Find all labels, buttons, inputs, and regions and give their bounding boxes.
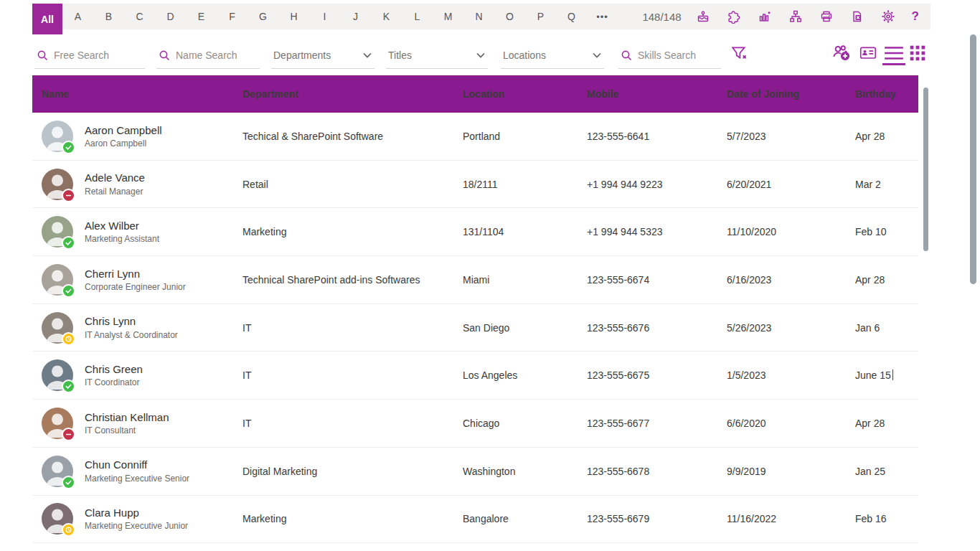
- cell-date-of-joining: 1/5/2023: [727, 369, 855, 381]
- table-row[interactable]: Chris Green IT Coordinator IT Los Angele…: [32, 352, 918, 400]
- cake-icon[interactable]: [696, 9, 710, 24]
- employee-title: Marketing Executive Senior: [85, 473, 189, 484]
- table-row[interactable]: Chun Conniff Marketing Executive Senior …: [32, 448, 918, 496]
- add-people-icon[interactable]: [830, 42, 853, 64]
- analytics-icon[interactable]: [758, 9, 772, 24]
- cell-mobile: 123-555-6677: [587, 418, 727, 429]
- column-header-mobile[interactable]: Mobile: [587, 88, 727, 100]
- cell-name: Chun Conniff Marketing Executive Senior: [32, 456, 242, 487]
- page-scrollbar[interactable]: [970, 34, 976, 284]
- birthday-value: Apr 28: [855, 131, 885, 142]
- cell-birthday: Apr 28: [855, 274, 918, 286]
- alphabet-tab-a[interactable]: A: [62, 11, 93, 22]
- alphabet-tab-n[interactable]: N: [463, 11, 494, 22]
- employee-title: IT Coordinator: [85, 377, 143, 388]
- alphabet-tab-i[interactable]: I: [309, 11, 340, 22]
- alphabet-tab-k[interactable]: K: [371, 11, 402, 22]
- org-chart-icon[interactable]: [788, 9, 803, 24]
- cell-date-of-joining: 11/16/2022: [727, 513, 855, 524]
- printer-icon[interactable]: [819, 9, 834, 24]
- chevron-down-icon: [476, 52, 486, 59]
- employee-identity: Christian Kellman IT Consultant: [85, 410, 169, 436]
- column-header-location[interactable]: Location: [463, 88, 587, 100]
- employee-title: Corporate Engineer Junior: [85, 281, 186, 293]
- departments-dropdown[interactable]: Departments: [271, 42, 374, 69]
- alphabet-tab-f[interactable]: F: [217, 11, 248, 22]
- alphabet-tab-b[interactable]: B: [93, 11, 124, 22]
- cell-mobile: 123-555-6675: [587, 369, 727, 381]
- cell-location: 131/1104: [463, 226, 587, 237]
- employee-name: Christian Kellman: [85, 410, 169, 425]
- birthday-value: Feb 16: [855, 513, 887, 524]
- cell-name: Aaron Campbell Aaron Campbell: [32, 121, 242, 152]
- locations-dropdown[interactable]: Locations: [501, 42, 604, 69]
- table-row[interactable]: Alex Wilber Marketing Assistant Marketin…: [32, 208, 918, 256]
- alphabet-tab-p[interactable]: P: [525, 11, 556, 22]
- titles-dropdown[interactable]: Titles: [386, 42, 488, 69]
- column-header-date-of-joining[interactable]: Date of Joining: [727, 88, 855, 100]
- employee-title: Retail Manager: [85, 186, 145, 197]
- skills-search-field[interactable]: [618, 42, 721, 69]
- employee-identity: Chun Conniff Marketing Executive Senior: [85, 458, 189, 484]
- cell-name: Clara Hupp Marketing Executive Junior: [32, 503, 242, 534]
- text-caret: [892, 369, 893, 380]
- tabs-overflow[interactable]: •••: [587, 11, 618, 22]
- grid-view-icon[interactable]: [908, 44, 927, 62]
- avatar: [42, 216, 73, 248]
- table-row[interactable]: Christian Kellman IT Consultant IT Chica…: [32, 400, 918, 448]
- alphabet-tab-d[interactable]: D: [155, 11, 186, 22]
- birthday-value: Mar 2: [855, 179, 881, 190]
- alphabet-tab-o[interactable]: O: [494, 11, 525, 22]
- name-search-input[interactable]: [176, 50, 258, 61]
- status-away-icon: [62, 523, 75, 537]
- search-icon: [621, 50, 632, 61]
- alphabet-tab-q[interactable]: Q: [556, 11, 587, 22]
- column-header-name[interactable]: Name: [32, 88, 242, 100]
- filter-clear-icon[interactable]: [729, 43, 749, 63]
- cell-birthday: Feb 16: [855, 513, 918, 524]
- alphabet-tab-h[interactable]: H: [278, 11, 309, 22]
- column-header-department[interactable]: Department: [242, 88, 463, 100]
- filter-row: Departments Titles Locations: [0, 34, 980, 70]
- cell-name: Christian Kellman IT Consultant: [32, 408, 242, 439]
- alphabet-tab-e[interactable]: E: [186, 11, 217, 22]
- column-header-birthday[interactable]: Birthday: [855, 88, 918, 100]
- table-row[interactable]: Chris Lynn IT Analyst & Coordinator IT S…: [32, 304, 918, 352]
- excel-export-icon[interactable]: [850, 9, 864, 24]
- avatar: [42, 264, 73, 296]
- table-row[interactable]: Cherri Lynn Corporate Engineer Junior Te…: [32, 256, 918, 304]
- status-available-icon: [62, 284, 75, 298]
- help-icon[interactable]: ?: [912, 9, 919, 24]
- table-scrollbar[interactable]: [923, 88, 928, 251]
- skills-search-input[interactable]: [638, 50, 719, 61]
- employee-name: Chris Lynn: [85, 314, 178, 329]
- employee-name: Adele Vance: [85, 171, 145, 185]
- avatar: [42, 503, 73, 534]
- alphabet-tab-l[interactable]: L: [402, 11, 433, 22]
- contact-card-icon[interactable]: [857, 44, 879, 62]
- list-view-icon[interactable]: [883, 44, 905, 62]
- cell-location: Bangalore: [463, 513, 587, 524]
- cell-name: Adele Vance Retail Manager: [32, 169, 242, 200]
- free-search-input[interactable]: [54, 50, 143, 61]
- cell-mobile: +1 994 944 5323: [587, 226, 727, 237]
- cell-department: IT: [242, 322, 463, 334]
- table-row[interactable]: Aaron Campbell Aaron Campbell Techical &…: [32, 113, 918, 161]
- name-search-field[interactable]: [156, 42, 260, 69]
- puzzle-icon[interactable]: [727, 9, 741, 24]
- alphabet-tab-g[interactable]: G: [248, 11, 278, 22]
- settings-icon[interactable]: [881, 9, 895, 24]
- cell-department: Marketing: [242, 226, 463, 237]
- list-view-selected-indicator: [882, 63, 905, 65]
- employee-name: Cherri Lynn: [85, 267, 186, 281]
- table-row[interactable]: Adele Vance Retail Manager Retail 18/211…: [32, 161, 918, 209]
- alphabet-tab-m[interactable]: M: [433, 11, 463, 22]
- alphabet-tab-all[interactable]: All: [32, 4, 62, 34]
- alphabet-tab-c[interactable]: C: [124, 11, 155, 22]
- employee-table: Name Department Location Mobile Date of …: [32, 75, 918, 543]
- locations-label: Locations: [503, 50, 546, 61]
- table-row[interactable]: Clara Hupp Marketing Executive Junior Ma…: [32, 496, 918, 544]
- cell-name: Alex Wilber Marketing Assistant: [32, 216, 242, 248]
- alphabet-tab-j[interactable]: J: [340, 11, 371, 22]
- free-search-field[interactable]: [34, 42, 145, 69]
